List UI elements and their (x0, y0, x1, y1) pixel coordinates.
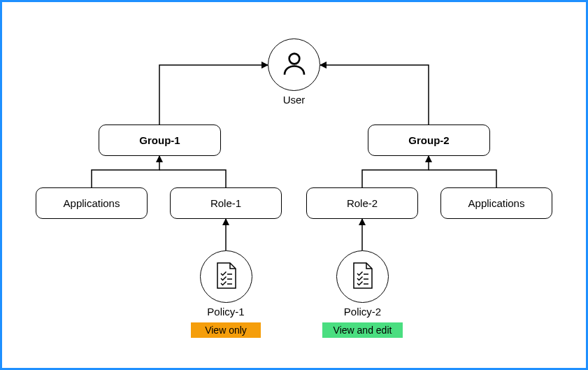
applications-left-node: Applications (36, 187, 148, 219)
policy-2-permission-badge: View and edit (322, 322, 403, 338)
svg-point-0 (289, 53, 299, 64)
role-2-label: Role-2 (347, 197, 378, 209)
role-1-label: Role-1 (210, 197, 241, 209)
role-2-node: Role-2 (306, 187, 418, 219)
group-2-node: Group-2 (368, 124, 490, 156)
group-2-label: Group-2 (408, 134, 449, 146)
applications-right-label: Applications (468, 197, 525, 209)
user-node (268, 38, 320, 91)
policy-2-permission-text: View and edit (334, 325, 392, 336)
policy-1-label: Policy-1 (191, 306, 261, 318)
user-label: User (268, 94, 320, 106)
group-1-node: Group-1 (99, 124, 221, 156)
policy-1-permission-text: View only (205, 325, 247, 336)
policy-1-node (200, 250, 252, 303)
policy-2-label: Policy-2 (322, 306, 403, 318)
applications-right-node: Applications (440, 187, 552, 219)
document-check-icon (215, 262, 238, 292)
policy-2-node (336, 250, 389, 303)
group-1-label: Group-1 (139, 134, 180, 146)
document-check-icon (351, 262, 375, 292)
policy-1-permission-badge: View only (191, 322, 261, 338)
user-icon (280, 49, 309, 81)
role-1-node: Role-1 (170, 187, 282, 219)
applications-left-label: Applications (64, 197, 120, 209)
diagram-frame: User Group-1 Group-2 Applications Role-1… (0, 0, 588, 370)
